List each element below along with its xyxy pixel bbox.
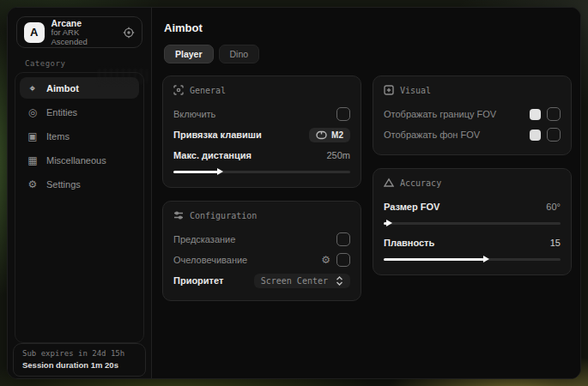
page-title: Aimbot: [164, 21, 572, 34]
smoothness-slider[interactable]: [384, 258, 561, 261]
gear-icon: ⚙: [27, 178, 39, 190]
scan-person-icon: [173, 85, 184, 95]
priority-value: Screen Center: [261, 276, 328, 286]
general-card-header: General: [173, 85, 350, 95]
humanize-checkbox[interactable]: [336, 253, 350, 267]
keybind-button[interactable]: M2: [309, 128, 350, 142]
frame-plus-icon: [384, 85, 394, 95]
sidebar-item-miscellaneous[interactable]: ▦ Miscellaneous: [20, 149, 139, 171]
sidebar-item-label: Miscellaneous: [46, 155, 106, 166]
crosshair-icon: ⌖: [27, 82, 39, 94]
smoothness-value: 15: [550, 238, 561, 248]
sub-expires-text: Sub expires in 24d 15h: [22, 349, 136, 358]
keybind-value: M2: [331, 130, 343, 140]
app-window: A Arcane for ARK Ascended Category ⌖ Aim…: [7, 7, 581, 379]
fov-border-row: Отображать границу FOV: [384, 105, 561, 124]
prediction-label: Предсказание: [173, 234, 235, 244]
priority-label: Приоритет: [173, 275, 223, 286]
category-label: Category: [25, 59, 151, 68]
brand-text: Arcane for ARK Ascended: [52, 18, 117, 47]
fov-size-slider[interactable]: [384, 222, 561, 225]
prediction-checkbox[interactable]: [336, 232, 350, 246]
visual-card-header: Visual: [384, 85, 561, 95]
distance-slider-fill: [173, 171, 218, 173]
keybind-row: Привязка клавиши M2: [173, 125, 350, 144]
card-columns: General Включить Привязка клавиши: [162, 75, 572, 301]
session-duration-text: Session duration 1m 20s: [22, 360, 136, 370]
sidebar-item-label: Entities: [46, 107, 77, 118]
keybind-label: Привязка клавиши: [173, 130, 262, 140]
fov-size-row: Размер FOV 60°: [384, 197, 561, 216]
fov-bg-row: Отображать фон FOV: [384, 125, 561, 144]
distance-label: Макс. дистанция: [173, 150, 252, 160]
gear-icon[interactable]: ⚙: [321, 254, 330, 266]
sidebar-item-label: Aimbot: [46, 83, 79, 93]
main-content: Aimbot Player Dino General Включи: [152, 8, 581, 378]
fov-border-label: Отображать границу FOV: [384, 109, 496, 119]
sidebar: A Arcane for ARK Ascended Category ⌖ Aim…: [8, 8, 152, 378]
configuration-card: Configuration Предсказание Очеловечивани…: [162, 201, 361, 301]
smoothness-row: Плавность 15: [384, 233, 561, 252]
accuracy-card: Accuracy Размер FOV 60° Плавность 15: [373, 168, 572, 275]
fov-bg-color-swatch[interactable]: [530, 130, 541, 141]
fov-size-label: Размер FOV: [384, 202, 439, 212]
smoothness-label: Плавность: [384, 238, 434, 248]
left-column: General Включить Привязка клавиши: [162, 75, 361, 301]
sidebar-item-settings[interactable]: ⚙ Settings: [20, 173, 139, 195]
card-title: Visual: [400, 86, 431, 95]
enable-row: Включить: [173, 105, 350, 124]
fov-size-value: 60°: [546, 202, 561, 212]
card-title: Accuracy: [400, 178, 441, 188]
fov-border-checkbox[interactable]: [547, 107, 561, 121]
chevrons-up-down-icon: [336, 276, 343, 286]
card-title: Configuration: [190, 211, 257, 220]
configuration-card-header: Configuration: [173, 210, 350, 220]
sidebar-item-entities[interactable]: ◎ Entities: [20, 101, 139, 123]
fov-bg-checkbox[interactable]: [547, 128, 561, 142]
tab-bar: Player Dino: [164, 45, 572, 63]
package-icon: ▣: [27, 130, 39, 142]
visual-card: Visual Отображать границу FOV Отображать…: [373, 75, 572, 155]
distance-slider[interactable]: [173, 171, 350, 173]
sidebar-nav: ⌖ Aimbot ◎ Entities ▣ Items ▦ Miscellane…: [15, 72, 144, 343]
humanize-controls: ⚙: [321, 253, 350, 267]
brand-card: A Arcane for ARK Ascended: [16, 16, 142, 48]
distance-value: 250m: [326, 150, 350, 160]
sliders-icon: [173, 210, 184, 220]
fov-border-controls: [530, 107, 561, 121]
brand-name: Arcane: [52, 18, 117, 28]
distance-slider-handle[interactable]: [217, 168, 223, 175]
brand-tagline: for ARK Ascended: [52, 28, 117, 47]
distance-row: Макс. дистанция 250m: [173, 146, 350, 165]
tab-player[interactable]: Player: [164, 45, 214, 63]
right-column: Visual Отображать границу FOV Отображать…: [373, 75, 572, 275]
tab-dino[interactable]: Dino: [219, 45, 260, 63]
general-card: General Включить Привязка клавиши: [162, 75, 361, 188]
accuracy-card-header: Accuracy: [384, 178, 561, 188]
fov-bg-controls: [530, 128, 561, 142]
humanize-label: Очеловечивание: [173, 255, 247, 265]
target-icon[interactable]: [123, 27, 135, 39]
fov-border-color-swatch[interactable]: [530, 109, 541, 120]
prediction-row: Предсказание: [173, 230, 350, 249]
mouse-icon: [316, 130, 327, 140]
subscription-footer: Sub expires in 24d 15h Session duration …: [13, 343, 146, 377]
brand-logo: A: [24, 22, 45, 43]
priority-row: Приоритет Screen Center: [173, 271, 350, 290]
enable-checkbox[interactable]: [336, 107, 350, 121]
enable-label: Включить: [173, 109, 215, 119]
sidebar-item-label: Settings: [46, 179, 81, 190]
watermark-artifact: [98, 69, 148, 84]
sidebar-item-items[interactable]: ▣ Items: [20, 125, 139, 147]
fov-size-slider-fill: [384, 222, 387, 225]
fov-bg-label: Отображать фон FOV: [384, 130, 480, 140]
fov-size-slider-handle[interactable]: [386, 220, 392, 226]
smoothness-slider-fill: [384, 258, 484, 261]
scan-icon: ◎: [27, 106, 39, 118]
card-title: General: [190, 86, 226, 95]
smoothness-slider-handle[interactable]: [483, 256, 489, 262]
priority-select[interactable]: Screen Center: [254, 274, 350, 288]
humanize-row: Очеловечивание ⚙: [173, 250, 350, 269]
grid-icon: ▦: [27, 154, 39, 166]
triangle-icon: [384, 178, 394, 188]
